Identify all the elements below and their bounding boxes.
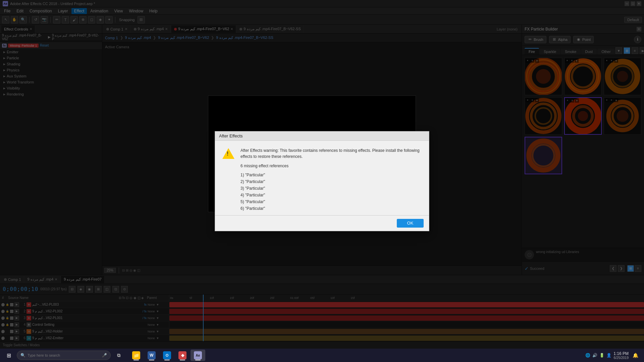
- dialog-body: After Effects warning: This favorite con…: [215, 141, 429, 215]
- dialog-overlay: After Effects After Effects warning: Thi…: [0, 0, 644, 362]
- taskbar-app-ae[interactable]: Ae: [191, 350, 205, 361]
- mic-icon: 🎤: [102, 353, 107, 358]
- warning-triangle: [222, 148, 234, 159]
- explorer-indicator: [133, 360, 139, 360]
- clock-date: 6/25/2019: [613, 356, 629, 360]
- taskbar-right: 🌐 🔊 🔋 👤 1:16 PM 6/25/2019 🔔: [585, 351, 643, 360]
- email-icon: O: [163, 351, 171, 359]
- taskbar: ⊞ 🔍 🎤 ⧉ 📁 W O ◆ Ae 🌐 🔊 🔋: [0, 349, 644, 362]
- warning-icon: [222, 147, 235, 161]
- ae-icon: Ae: [194, 351, 202, 359]
- ok-button[interactable]: OK: [397, 219, 424, 228]
- battery-icon[interactable]: 🔋: [599, 353, 604, 358]
- taskbar-app-5[interactable]: ◆: [175, 350, 190, 361]
- start-button[interactable]: ⊞: [1, 350, 16, 361]
- effect-item-2: 2) "Particular": [240, 178, 422, 185]
- taskview-icon: ⧉: [115, 351, 123, 359]
- dialog-title-bar: After Effects: [215, 131, 429, 141]
- volume-icon[interactable]: 🔊: [592, 353, 597, 358]
- app5-indicator: [180, 360, 185, 360]
- clock-time: 1:16 PM: [613, 351, 629, 356]
- people-icon[interactable]: 👤: [606, 353, 611, 358]
- word-indicator: [149, 360, 154, 360]
- ae-indicator: [195, 360, 201, 360]
- taskbar-app-email[interactable]: O: [160, 350, 174, 361]
- taskbar-app-explorer[interactable]: 📁: [129, 350, 144, 361]
- dialog-missing-count: 6 missing effect references: [240, 164, 422, 168]
- email-indicator: [164, 360, 170, 360]
- dialog-content: After Effects warning: This favorite con…: [240, 147, 422, 212]
- dialog: After Effects After Effects warning: Thi…: [215, 131, 429, 231]
- taskbar-app-taskview[interactable]: ⧉: [111, 350, 126, 361]
- explorer-icon: 📁: [132, 351, 140, 359]
- notification-button[interactable]: 🔔: [631, 351, 640, 360]
- taskbar-apps: 📁 W O ◆ Ae: [129, 350, 205, 361]
- app5-icon: ◆: [178, 351, 186, 359]
- dialog-warning-text: After Effects warning: This favorite con…: [240, 147, 422, 160]
- search-input[interactable]: [28, 353, 100, 357]
- system-clock[interactable]: 1:16 PM 6/25/2019: [613, 351, 629, 360]
- word-icon: W: [148, 351, 156, 359]
- dialog-effect-list: 1) "Particular" 2) "Particular" 3) "Part…: [240, 172, 422, 212]
- effect-item-1: 1) "Particular": [240, 172, 422, 178]
- dialog-footer: OK: [215, 215, 429, 231]
- effect-item-5: 5) "Particular": [240, 198, 422, 205]
- taskbar-search[interactable]: 🔍 🎤: [17, 351, 111, 360]
- network-icon[interactable]: 🌐: [585, 353, 590, 358]
- effect-item-3: 3) "Particular": [240, 185, 422, 192]
- taskbar-app-word[interactable]: W: [144, 350, 159, 361]
- search-icon: 🔍: [20, 353, 25, 358]
- effect-item-6: 6) "Particular": [240, 205, 422, 212]
- windows-icon: ⊞: [5, 352, 12, 359]
- dialog-title: After Effects: [219, 133, 243, 138]
- effect-item-4: 4) "Particular": [240, 192, 422, 198]
